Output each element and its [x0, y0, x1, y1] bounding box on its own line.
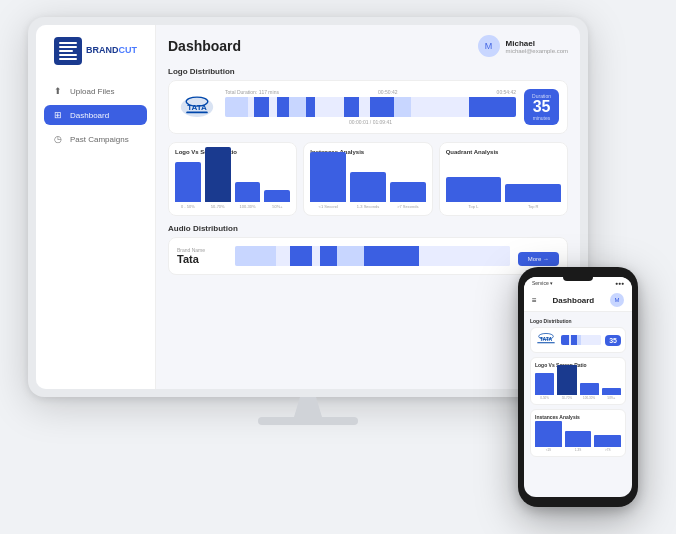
user-name: Michael — [506, 39, 568, 48]
segment — [277, 97, 289, 117]
audio-brand: Brand Name Tata — [177, 247, 227, 265]
phone-bar-group: >7S — [594, 435, 621, 452]
user-details: Michael michael@example.com — [506, 39, 568, 54]
bar — [390, 182, 426, 202]
phone-bar — [557, 365, 576, 395]
duration-badge: Duration 35 minutes — [524, 89, 559, 125]
audio-segments — [235, 246, 510, 266]
bar — [350, 172, 386, 202]
phone-bar — [535, 373, 554, 395]
timeline-segments — [225, 97, 516, 117]
timeline-labels: Total Duration: 117 mins 00:50:42 00:54:… — [225, 89, 516, 95]
phone-timeline — [561, 335, 601, 345]
bar-chart: Top L Top R — [446, 159, 561, 209]
desktop-monitor: BRANDCUT ⬆ Upload Files ⊞ Dashboard — [28, 17, 588, 437]
phone-bar — [535, 421, 562, 447]
segment — [394, 97, 411, 117]
phone-menu-icon[interactable]: ≡ — [532, 296, 537, 305]
tata-logo-svg: TATA — [179, 95, 215, 119]
audio-dist-card: Brand Name Tata — [168, 237, 568, 275]
svg-rect-2 — [186, 112, 208, 114]
phone-instances-card: Instances Analysis <1S 1-3S >7S — [530, 409, 626, 457]
sidebar-nav: ⬆ Upload Files ⊞ Dashboard ◷ Past Campai… — [36, 81, 155, 149]
tata-logo: TATA — [177, 93, 217, 121]
audio-segment — [235, 246, 276, 266]
logo-line — [59, 46, 77, 48]
segment — [411, 97, 469, 117]
main-content: Dashboard M Michael michael@example.com … — [156, 25, 580, 389]
logo-line — [59, 42, 77, 44]
bar — [235, 182, 261, 202]
bar-group: Top R — [505, 184, 561, 209]
bar-group: 1-3 Seconds — [350, 172, 386, 209]
more-button[interactable]: More → — [518, 252, 559, 266]
timeline-bar — [225, 97, 516, 117]
phone-bar — [594, 435, 621, 447]
segment — [370, 97, 393, 117]
bar-group: 50-70% — [205, 147, 231, 209]
segment — [315, 97, 344, 117]
brand-name: BRANDCUT — [86, 46, 137, 56]
audio-segment — [320, 246, 336, 266]
charts-row: Logo Vs Screen Ratio 0 - 50% 50-70% — [168, 142, 568, 216]
phone-instances-chart: <1S 1-3S >7S — [535, 422, 621, 452]
instances-analysis-chart: Instances Analysis <1 Second 1-3 Seconds — [303, 142, 432, 216]
bar — [505, 184, 561, 202]
bar-chart: 0 - 50% 50-70% 100-30% — [175, 159, 290, 209]
segment — [344, 97, 359, 117]
bar — [446, 177, 502, 202]
logo-line — [59, 50, 73, 52]
phone-bar — [580, 383, 599, 395]
audio-segment — [276, 246, 290, 266]
bar-chart: <1 Second 1-3 Seconds >7 Seconds — [310, 159, 425, 209]
audio-segment — [337, 246, 364, 266]
segment — [225, 97, 248, 117]
phone-bar-group: 1-3S — [565, 431, 592, 452]
segment — [269, 97, 278, 117]
stand-neck — [288, 397, 328, 417]
campaigns-icon: ◷ — [52, 134, 64, 144]
sidebar: BRANDCUT ⬆ Upload Files ⊞ Dashboard — [36, 25, 156, 389]
segment — [289, 97, 306, 117]
phone-bar-group: 100-30% — [580, 383, 599, 400]
phone-screen: Service ▾ ●●● ≡ Dashboard M Logo Distrib… — [524, 277, 632, 497]
phone-seg — [561, 335, 569, 345]
brand-cut-logo-icon — [54, 37, 82, 65]
upload-icon: ⬆ — [52, 86, 64, 96]
phone-bar — [602, 388, 621, 395]
chart-title: Quadrant Analysis — [446, 149, 561, 155]
page-title: Dashboard — [168, 38, 241, 54]
phone-header: ≡ Dashboard M — [524, 289, 632, 312]
bar — [175, 162, 201, 202]
phone-bar — [565, 431, 592, 447]
phone-seg — [581, 335, 601, 345]
audio-brand-name: Tata — [177, 253, 199, 265]
phone-logo-ratio-title: Logo Vs Screen Ratio — [535, 362, 621, 368]
phone-content: Logo Distribution TATA — [524, 312, 632, 497]
main-header: Dashboard M Michael michael@example.com — [168, 35, 568, 57]
segment — [306, 97, 315, 117]
sidebar-item-past-campaigns[interactable]: ◷ Past Campaigns — [44, 129, 147, 149]
monitor-stand — [28, 397, 588, 425]
duration-value: 35 — [532, 99, 551, 115]
stand-base — [258, 417, 358, 425]
sidebar-item-upload[interactable]: ⬆ Upload Files — [44, 81, 147, 101]
bar — [205, 147, 231, 202]
phone-bar-group: 0-50% — [535, 373, 554, 400]
phone-title: Dashboard — [552, 296, 594, 305]
phone-logo-dist-card: TATA 35 — [530, 327, 626, 353]
logo-dist-card: TATA Total Duration: 117 mins 00:50:42 0… — [168, 80, 568, 134]
audio-segment — [364, 246, 419, 266]
bar-group: Top L — [446, 177, 502, 209]
bar-group: 0 - 50% — [175, 162, 201, 209]
bar-group: 50%+ — [264, 190, 290, 209]
phone-bar-chart: 0-50% 50-70% 100-30% 50%+ — [535, 370, 621, 400]
quadrant-analysis-chart: Quadrant Analysis Top L Top R — [439, 142, 568, 216]
phone-bar-group: 50%+ — [602, 388, 621, 400]
logo-distribution-section: Logo Distribution TATA — [168, 67, 568, 134]
svg-rect-5 — [537, 342, 555, 343]
sidebar-item-dashboard[interactable]: ⊞ Dashboard — [44, 105, 147, 125]
logo-lines — [59, 42, 77, 60]
phone-instances-title: Instances Analysis — [535, 414, 621, 420]
phone-bar-group: <1S — [535, 421, 562, 452]
